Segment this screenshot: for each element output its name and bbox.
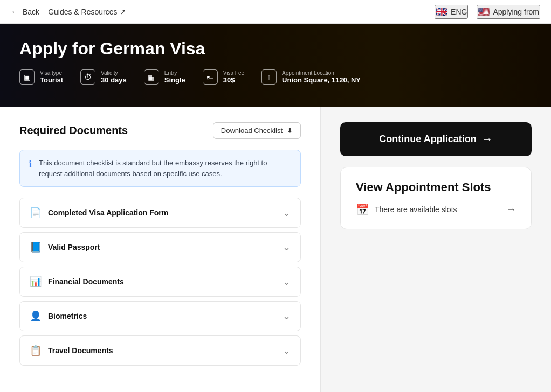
appointment-slots: 📅 There are available slots → <box>356 203 516 216</box>
continue-application-button[interactable]: Continue Application → <box>340 122 532 156</box>
valid-passport-icon: 📘 <box>30 241 42 253</box>
biometrics-icon: 👤 <box>30 310 42 322</box>
top-navigation: ← Back Guides & Resources ↗ 🇬🇧 ENG 🇺🇸 Ap… <box>0 0 551 24</box>
us-flag-icon: 🇺🇸 <box>478 6 490 18</box>
validity-icon: ⏱ <box>80 69 95 85</box>
doc-item-financial-documents[interactable]: 📊 Financial Documents ⌄ <box>19 267 301 297</box>
language-button[interactable]: 🇬🇧 ENG <box>435 5 468 19</box>
info-text: This document checklist is standard but … <box>39 158 292 179</box>
travel-documents-chevron-icon: ⌄ <box>283 345 291 356</box>
meta-appointment-location: ↑ Appointment Location Union Square, 112… <box>261 69 361 85</box>
entry-label: Entry <box>164 70 185 76</box>
visa-fee-icon: 🏷 <box>203 69 218 85</box>
visa-type-value: Tourist <box>40 76 63 84</box>
back-arrow-icon: ← <box>11 7 19 17</box>
completed-visa-form-chevron-icon: ⌄ <box>283 207 291 219</box>
back-button[interactable]: ← Back <box>11 7 39 17</box>
applying-from-button[interactable]: 🇺🇸 Applying from <box>477 5 540 19</box>
document-list: 📄 Completed Visa Application Form ⌄ 📘 Va… <box>19 198 301 366</box>
completed-visa-form-icon: 📄 <box>30 207 42 219</box>
doc-item-completed-visa-form[interactable]: 📄 Completed Visa Application Form ⌄ <box>19 198 301 228</box>
appointment-card: View Appointment Slots 📅 There are avail… <box>340 167 532 229</box>
valid-passport-chevron-icon: ⌄ <box>283 241 291 253</box>
appointment-location-label: Appointment Location <box>282 70 361 76</box>
slot-arrow-icon[interactable]: → <box>506 204 516 215</box>
travel-documents-name: Travel Documents <box>48 346 113 355</box>
appointment-location-icon: ↑ <box>261 69 277 85</box>
travel-documents-icon: 📋 <box>30 345 42 356</box>
applying-from-label: Applying from <box>493 8 539 16</box>
guides-label: Guides & Resources <box>48 8 117 16</box>
section-header: Required Documents Download Checklist ⬇ <box>19 122 301 139</box>
financial-documents-chevron-icon: ⌄ <box>283 276 291 288</box>
uk-flag-icon: 🇬🇧 <box>436 6 447 18</box>
entry-icon: ▦ <box>144 69 159 85</box>
biometrics-chevron-icon: ⌄ <box>283 310 291 322</box>
external-link-icon: ↗ <box>120 8 126 16</box>
visa-type-label: Visa type <box>40 70 63 76</box>
appointment-title: View Appointment Slots <box>356 180 516 194</box>
appointment-location-value: Union Square, 1120, NY <box>282 76 361 84</box>
download-icon: ⬇ <box>287 127 293 135</box>
financial-documents-name: Financial Documents <box>48 277 124 286</box>
language-label: ENG <box>451 8 467 16</box>
validity-value: 30 days <box>101 76 127 84</box>
entry-value: Single <box>164 76 185 84</box>
download-checklist-label: Download Checklist <box>221 127 283 135</box>
left-panel: Required Documents Download Checklist ⬇ … <box>0 107 321 392</box>
financial-documents-icon: 📊 <box>30 276 42 288</box>
guides-link[interactable]: Guides & Resources ↗ <box>48 8 126 16</box>
slots-available-text: There are available slots <box>375 205 457 214</box>
meta-entry: ▦ Entry Single <box>144 69 185 85</box>
visa-fee-label: Visa Fee <box>223 70 244 76</box>
meta-visa-fee: 🏷 Visa Fee 30$ <box>203 69 244 85</box>
calendar-icon: 📅 <box>356 203 369 216</box>
info-icon: ℹ <box>29 158 32 170</box>
nav-right: 🇬🇧 ENG 🇺🇸 Applying from <box>435 5 540 19</box>
page-title: Apply for German Visa <box>19 39 532 59</box>
section-title: Required Documents <box>19 124 128 137</box>
completed-visa-form-name: Completed Visa Application Form <box>48 208 168 217</box>
visa-type-icon: ▣ <box>19 69 35 85</box>
slot-left: 📅 There are available slots <box>356 203 457 216</box>
continue-arrow-icon: → <box>482 133 493 145</box>
doc-item-biometrics[interactable]: 👤 Biometrics ⌄ <box>19 301 301 331</box>
hero-content: Apply for German Visa ▣ Visa type Touris… <box>0 24 551 93</box>
biometrics-name: Biometrics <box>48 312 87 320</box>
validity-label: Validity <box>101 70 127 76</box>
continue-application-label: Continue Application <box>379 134 476 145</box>
valid-passport-name: Valid Passport <box>48 243 100 251</box>
doc-item-travel-documents[interactable]: 📋 Travel Documents ⌄ <box>19 335 301 366</box>
right-panel: Continue Application → View Appointment … <box>321 107 551 392</box>
nav-left: ← Back Guides & Resources ↗ <box>11 7 126 17</box>
meta-validity: ⏱ Validity 30 days <box>80 69 127 85</box>
hero-meta: ▣ Visa type Tourist ⏱ Validity 30 days ▦… <box>19 69 532 85</box>
meta-visa-type: ▣ Visa type Tourist <box>19 69 63 85</box>
back-label: Back <box>23 8 39 16</box>
info-box: ℹ This document checklist is standard bu… <box>19 150 301 187</box>
doc-item-valid-passport[interactable]: 📘 Valid Passport ⌄ <box>19 232 301 262</box>
hero-section: Apply for German Visa ▣ Visa type Touris… <box>0 24 551 107</box>
download-checklist-button[interactable]: Download Checklist ⬇ <box>213 122 301 139</box>
main-layout: Required Documents Download Checklist ⬇ … <box>0 107 551 392</box>
visa-fee-value: 30$ <box>223 76 244 84</box>
